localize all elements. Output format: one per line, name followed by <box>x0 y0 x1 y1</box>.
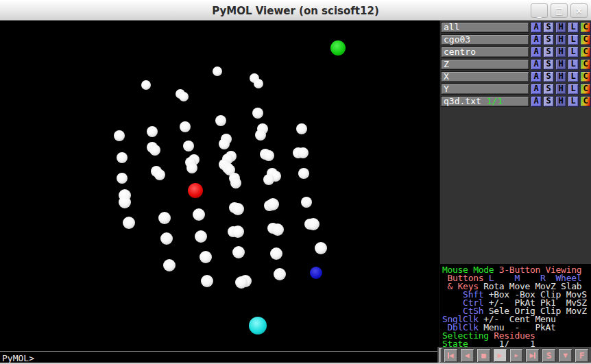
c-action-button[interactable]: C <box>580 59 591 70</box>
object-name-button[interactable]: centro <box>441 47 529 58</box>
white-atom-sphere[interactable] <box>163 259 176 271</box>
white-atom-sphere[interactable] <box>195 230 207 243</box>
resize-grip[interactable] <box>439 348 442 363</box>
white-atom-sphere[interactable] <box>141 80 151 90</box>
s-action-button[interactable]: S <box>543 96 554 107</box>
white-atom-sphere[interactable] <box>200 251 212 263</box>
go-to-end-button[interactable]: ▶ <box>525 348 540 363</box>
object-name-button[interactable]: Y <box>441 84 529 95</box>
stop-button[interactable]: ■ <box>477 348 491 363</box>
white-atom-sphere[interactable] <box>213 66 222 76</box>
minimize-button[interactable]: _ <box>531 3 548 18</box>
fullscreen-button[interactable]: F <box>575 348 589 363</box>
close-button[interactable]: × <box>570 3 588 18</box>
h-action-button[interactable]: H <box>555 96 566 107</box>
step-back-button[interactable]: ◀ <box>460 348 474 363</box>
white-atom-sphere[interactable] <box>215 115 226 126</box>
play-button[interactable]: ▶ <box>493 348 507 363</box>
white-atom-sphere[interactable] <box>315 242 327 254</box>
white-atom-sphere[interactable] <box>252 108 263 119</box>
a-action-button[interactable]: A <box>531 59 542 70</box>
white-atom-sphere[interactable] <box>186 162 197 173</box>
maximize-button[interactable]: □ <box>551 3 568 18</box>
scene-button[interactable]: S <box>542 348 556 363</box>
white-atom-sphere[interactable] <box>301 197 312 208</box>
object-name-button[interactable]: cgo03 <box>441 34 529 45</box>
white-atom-sphere[interactable] <box>201 275 213 287</box>
l-action-button[interactable]: L <box>568 34 579 45</box>
s-action-button[interactable]: S <box>543 84 554 95</box>
titlebar[interactable]: PyMOL Viewer (on scisoft12) _ □ × <box>0 0 591 21</box>
white-atom-sphere[interactable] <box>154 169 165 180</box>
object-name-button[interactable]: q3d.txt1/1 <box>441 96 529 107</box>
white-atom-sphere[interactable] <box>149 145 160 156</box>
white-atom-sphere[interactable] <box>307 218 319 230</box>
object-name-button[interactable]: X <box>441 71 529 82</box>
blue-atom-sphere[interactable] <box>310 267 322 279</box>
white-atom-sphere[interactable] <box>298 147 309 158</box>
h-action-button[interactable]: H <box>555 47 566 58</box>
3d-viewport[interactable] <box>0 21 439 351</box>
a-action-button[interactable]: A <box>531 34 542 45</box>
c-action-button[interactable]: C <box>580 71 591 82</box>
c-action-button[interactable]: C <box>580 47 591 58</box>
white-atom-sphere[interactable] <box>254 79 263 88</box>
white-atom-sphere[interactable] <box>232 203 244 215</box>
h-action-button[interactable]: H <box>555 71 566 82</box>
s-action-button[interactable]: S <box>543 71 554 82</box>
white-atom-sphere[interactable] <box>119 196 131 208</box>
a-action-button[interactable]: A <box>531 84 542 95</box>
white-atom-sphere[interactable] <box>179 92 189 101</box>
go-to-start-button[interactable]: ◀ <box>444 348 458 363</box>
step-forward-button[interactable]: ▶ <box>509 348 524 363</box>
a-action-button[interactable]: A <box>531 71 542 82</box>
h-action-button[interactable]: H <box>555 84 566 95</box>
green-atom-sphere[interactable] <box>330 40 346 56</box>
c-action-button[interactable]: C <box>580 34 591 45</box>
white-atom-sphere[interactable] <box>147 126 158 137</box>
c-action-button[interactable]: C <box>580 22 591 33</box>
white-atom-sphere[interactable] <box>232 226 244 238</box>
white-atom-sphere[interactable] <box>114 130 125 141</box>
cyan-atom-sphere[interactable] <box>249 317 267 335</box>
h-action-button[interactable]: H <box>555 34 566 45</box>
white-atom-sphere[interactable] <box>193 208 205 221</box>
h-action-button[interactable]: H <box>555 59 566 70</box>
menu-down-button[interactable]: ▼ <box>558 348 572 363</box>
white-atom-sphere[interactable] <box>267 198 279 210</box>
white-atom-sphere[interactable] <box>117 152 128 163</box>
s-action-button[interactable]: S <box>543 34 554 45</box>
s-action-button[interactable]: S <box>543 59 554 70</box>
white-atom-sphere[interactable] <box>160 232 173 245</box>
red-atom-sphere[interactable] <box>188 183 203 198</box>
white-atom-sphere[interactable] <box>263 174 274 185</box>
l-action-button[interactable]: L <box>568 59 579 70</box>
h-action-button[interactable]: H <box>555 22 566 33</box>
white-atom-sphere[interactable] <box>296 123 307 134</box>
l-action-button[interactable]: L <box>568 22 579 33</box>
white-atom-sphere[interactable] <box>274 268 286 280</box>
a-action-button[interactable]: A <box>531 22 542 33</box>
l-action-button[interactable]: L <box>568 84 579 95</box>
l-action-button[interactable]: L <box>568 71 579 82</box>
a-action-button[interactable]: A <box>531 96 542 107</box>
white-atom-sphere[interactable] <box>180 121 191 132</box>
white-atom-sphere[interactable] <box>123 217 135 229</box>
object-name-button[interactable]: Z <box>441 59 529 70</box>
s-action-button[interactable]: S <box>543 47 554 58</box>
white-atom-sphere[interactable] <box>298 168 309 179</box>
white-atom-sphere[interactable] <box>255 130 266 141</box>
white-atom-sphere[interactable] <box>235 276 248 289</box>
white-atom-sphere[interactable] <box>230 178 241 189</box>
white-atom-sphere[interactable] <box>183 141 194 151</box>
white-atom-sphere[interactable] <box>270 247 282 260</box>
c-action-button[interactable]: C <box>580 84 591 95</box>
white-atom-sphere[interactable] <box>219 138 230 149</box>
white-atom-sphere[interactable] <box>232 246 245 258</box>
object-name-button[interactable]: all <box>441 22 529 33</box>
white-atom-sphere[interactable] <box>117 173 128 184</box>
white-atom-sphere[interactable] <box>272 223 284 236</box>
a-action-button[interactable]: A <box>531 47 542 58</box>
l-action-button[interactable]: L <box>568 96 579 107</box>
white-atom-sphere[interactable] <box>158 212 171 224</box>
